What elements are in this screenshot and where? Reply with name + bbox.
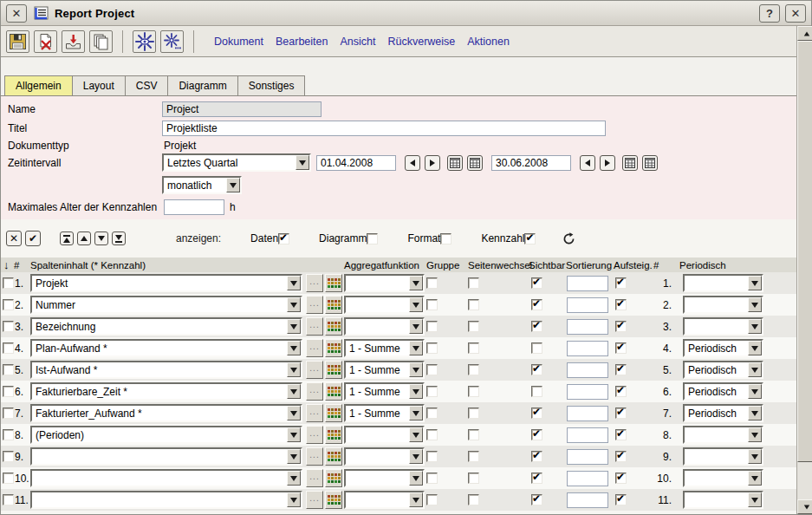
sortierung-input[interactable] <box>567 427 608 443</box>
clear-all-button[interactable]: ✕ <box>6 231 22 246</box>
seitenwechsel-checkbox[interactable] <box>468 451 479 462</box>
periodisch-dropdown[interactable] <box>683 296 763 314</box>
scrollbar-track[interactable] <box>797 462 812 499</box>
gruppe-checkbox[interactable] <box>426 429 438 440</box>
seitenwechsel-checkbox[interactable] <box>468 364 479 375</box>
gruppe-checkbox[interactable] <box>426 451 438 462</box>
seitenwechsel-checkbox[interactable] <box>468 299 479 310</box>
periodisch-dropdown[interactable] <box>683 274 763 292</box>
seitenwechsel-checkbox[interactable] <box>468 277 479 289</box>
close-window-button-left[interactable]: ✕ <box>6 4 27 23</box>
vertical-scrollbar[interactable] <box>796 26 812 514</box>
date-to-calendar-button[interactable] <box>622 155 638 171</box>
periodisch-dropdown[interactable] <box>683 447 763 466</box>
sichtbar-checkbox[interactable] <box>531 473 542 484</box>
aggregate-function-dropdown[interactable] <box>344 491 425 509</box>
gruppe-checkbox[interactable] <box>426 299 438 310</box>
column-content-dropdown[interactable]: Fakturierbare_Zeit * <box>30 382 302 401</box>
seitenwechsel-checkbox[interactable] <box>468 473 479 484</box>
periodisch-dropdown[interactable] <box>683 317 763 336</box>
refresh-button[interactable] <box>556 231 581 247</box>
ellipsis-button[interactable]: ... <box>306 404 323 422</box>
sortierung-input[interactable] <box>567 384 608 400</box>
menu-aktionen[interactable]: Aktionen <box>467 36 510 48</box>
period-dropdown[interactable]: monatlich <box>162 176 242 194</box>
column-content-dropdown[interactable]: (Perioden) <box>30 426 302 444</box>
aufsteigend-checkbox[interactable] <box>615 429 627 440</box>
close-window-button[interactable]: ✕ <box>785 4 806 23</box>
row-select-checkbox[interactable] <box>3 407 14 419</box>
periodisch-dropdown[interactable]: Periodisch <box>683 404 763 422</box>
aggregate-function-dropdown[interactable]: 1 - Summe <box>344 339 425 357</box>
periodisch-dropdown[interactable]: Periodisch <box>683 382 763 401</box>
sichtbar-checkbox[interactable] <box>531 429 542 440</box>
tab-csv[interactable]: CSV <box>125 75 169 95</box>
aufsteigend-checkbox[interactable] <box>615 364 627 375</box>
kennzahl-grid-button[interactable] <box>325 491 342 509</box>
move-down-button[interactable] <box>94 231 108 245</box>
aufsteigend-checkbox[interactable] <box>615 321 627 332</box>
row-select-checkbox[interactable] <box>3 494 14 505</box>
menu-dokument[interactable]: Dokument <box>214 36 263 48</box>
ellipsis-button[interactable]: ... <box>306 274 323 292</box>
sichtbar-checkbox[interactable] <box>531 299 542 310</box>
aggregate-function-dropdown[interactable]: 1 - Summe <box>344 361 425 379</box>
row-select-checkbox[interactable] <box>3 473 14 484</box>
titel-input[interactable] <box>162 121 606 136</box>
ellipsis-button[interactable]: ... <box>306 469 323 487</box>
row-select-checkbox[interactable] <box>3 321 14 332</box>
scroll-down-button[interactable] <box>797 499 812 514</box>
gruppe-checkbox[interactable] <box>426 277 438 289</box>
row-select-checkbox[interactable] <box>3 386 14 397</box>
column-content-dropdown[interactable]: Bezeichnung <box>30 317 302 336</box>
kennzahl-grid-button[interactable] <box>325 339 342 357</box>
diagramm-checkbox[interactable] <box>367 233 378 244</box>
gruppe-checkbox[interactable] <box>426 473 438 484</box>
move-up-button[interactable] <box>77 231 91 245</box>
name-input[interactable] <box>162 101 322 117</box>
sichtbar-checkbox[interactable] <box>531 386 542 397</box>
gruppe-checkbox[interactable] <box>426 321 438 332</box>
checkin-button[interactable] <box>62 30 85 53</box>
aufsteigend-checkbox[interactable] <box>615 494 627 505</box>
gruppe-checkbox[interactable] <box>426 386 438 397</box>
row-select-checkbox[interactable] <box>3 451 14 462</box>
aggregate-function-dropdown[interactable] <box>344 274 425 292</box>
column-content-dropdown[interactable] <box>30 447 302 466</box>
format-checkbox[interactable] <box>440 233 451 244</box>
help-button[interactable]: ? <box>759 4 780 23</box>
seitenwechsel-checkbox[interactable] <box>468 342 479 354</box>
save-button[interactable] <box>6 30 29 53</box>
seitenwechsel-checkbox[interactable] <box>468 407 479 419</box>
kennzahl-grid-button[interactable] <box>325 447 342 466</box>
tab-sonstiges[interactable]: Sonstiges <box>237 75 306 95</box>
aggregate-function-dropdown[interactable] <box>344 447 425 466</box>
delete-document-button[interactable] <box>34 30 57 53</box>
kennzahl-grid-button[interactable] <box>325 469 342 487</box>
ellipsis-button[interactable]: ... <box>306 296 323 314</box>
column-content-dropdown[interactable] <box>30 469 302 487</box>
date-from-next-button[interactable] <box>425 155 440 171</box>
seitenwechsel-checkbox[interactable] <box>468 494 479 505</box>
aggregate-function-dropdown[interactable]: 1 - Summe <box>344 382 425 401</box>
sortierung-input[interactable] <box>567 471 608 486</box>
kennzahl-checkbox[interactable] <box>524 233 536 244</box>
move-bottom-button[interactable] <box>112 231 126 245</box>
ellipsis-button[interactable]: ... <box>306 426 323 444</box>
tab-allgemein[interactable]: Allgemein <box>4 75 73 95</box>
scrollbar-thumb[interactable] <box>797 41 812 462</box>
date-to-calendar-button-2[interactable] <box>642 155 658 171</box>
sortierung-input[interactable] <box>567 449 608 465</box>
sichtbar-checkbox[interactable] <box>531 342 542 354</box>
aggregate-function-dropdown[interactable] <box>344 296 425 314</box>
aufsteigend-checkbox[interactable] <box>615 386 627 397</box>
kennzahl-grid-button[interactable] <box>325 274 342 292</box>
row-select-checkbox[interactable] <box>3 364 14 375</box>
seitenwechsel-checkbox[interactable] <box>468 386 479 397</box>
ellipsis-button[interactable]: ... <box>306 382 323 401</box>
row-select-checkbox[interactable] <box>3 342 14 354</box>
menu-rueckverweise[interactable]: Rückverweise <box>387 36 455 48</box>
gruppe-checkbox[interactable] <box>426 494 438 505</box>
sortierung-input[interactable] <box>567 492 608 508</box>
periodisch-dropdown[interactable]: Periodisch <box>683 339 763 357</box>
